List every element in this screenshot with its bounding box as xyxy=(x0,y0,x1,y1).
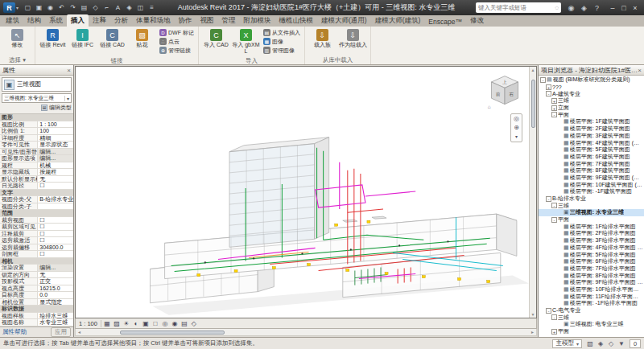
tree-expander-icon[interactable] xyxy=(557,126,563,132)
property-row[interactable]: 详细程度 精细 xyxy=(0,135,73,142)
property-row[interactable]: 标识数据 xyxy=(0,306,73,313)
tab-insert[interactable]: 插入 xyxy=(67,14,89,27)
tree-expander-icon[interactable] xyxy=(557,154,563,159)
tree-expander-icon[interactable]: - xyxy=(546,308,551,314)
temporary-view-properties-icon[interactable]: ▤ xyxy=(180,319,189,328)
shadows-icon[interactable]: ◐ xyxy=(131,319,141,328)
tree-expander-icon[interactable] xyxy=(557,231,563,236)
browser-tree-item[interactable]: ▦ 楼层平面: 8F给排水平面图 xyxy=(539,272,644,279)
tab-collaborate[interactable]: 协作 xyxy=(175,14,196,27)
scroll-left-arrow[interactable]: ◄ xyxy=(76,330,83,335)
reveal-hidden-elements-icon[interactable]: ◉ xyxy=(170,319,180,328)
tree-expander-icon[interactable]: + xyxy=(551,98,557,104)
measure-icon[interactable]: ◇ xyxy=(90,2,101,13)
load-family-button[interactable]: ⇩ 载入族 xyxy=(308,27,337,55)
property-row[interactable]: 远剪裁偏移 304800.0 xyxy=(0,244,73,252)
property-row[interactable]: 注释裁剪 ☐ xyxy=(0,231,73,238)
tree-expander-icon[interactable] xyxy=(557,140,563,146)
tree-expander-icon[interactable] xyxy=(557,238,563,244)
select-toggle-icon[interactable]: ◇ xyxy=(606,339,616,348)
manage-images-button[interactable]: ▥ 管理图像 xyxy=(262,46,302,55)
tree-expander-icon[interactable]: - xyxy=(551,217,557,223)
sun-path-icon[interactable]: ☀ xyxy=(122,319,131,328)
edit-type-button[interactable]: ⊞ 编辑类型 xyxy=(2,103,72,112)
browser-tree-item[interactable]: ▣ 三维视图: 电专业三维 xyxy=(539,321,644,328)
filter-icon[interactable]: ▼ xyxy=(617,339,626,348)
editing-requests-icon[interactable]: ◈ xyxy=(596,339,605,348)
import-cad-button[interactable]: C 导入 CAD xyxy=(201,27,231,55)
thin-lines-icon[interactable]: ≡ xyxy=(147,2,157,13)
property-row[interactable]: 比例值 1: 100 xyxy=(0,128,73,135)
browser-tree-item[interactable]: ▦ 楼层平面: 3F给排水平面图 xyxy=(539,237,644,244)
visual-style-icon[interactable]: ▨ xyxy=(112,319,122,328)
image-button[interactable]: ▦ 图像 xyxy=(262,37,302,46)
point-cloud-button[interactable]: ∴ 点云 xyxy=(158,37,196,46)
tab-addins[interactable]: 附加模块 xyxy=(240,14,275,27)
scroll-right-arrow[interactable]: ► xyxy=(529,330,536,335)
default-3d-view-icon[interactable]: ◈ xyxy=(124,2,134,13)
modify-button[interactable]: ↖ 修改 xyxy=(2,27,32,55)
close-button[interactable]: × xyxy=(630,2,641,13)
browser-tree-item[interactable]: ▦ 楼层平面: 1F给排水平面图 xyxy=(539,223,644,230)
browser-tree-item[interactable]: ▦ 楼层平面: 9F给排水平面图 (产科) xyxy=(539,279,644,286)
link-ifc-button[interactable]: I 链接 IFC xyxy=(68,27,97,55)
property-row[interactable]: 日光路径 ☐ xyxy=(0,183,73,190)
drawing-area[interactable]: 上 前 右 ⌂ ◎ ⊕ ▾ ▲ ▼ xyxy=(75,66,537,318)
tree-expander-icon[interactable]: + xyxy=(546,84,551,90)
tree-expander-icon[interactable] xyxy=(557,161,563,166)
property-row[interactable]: 图形 xyxy=(0,114,73,121)
tree-expander-icon[interactable] xyxy=(557,265,563,271)
browser-tree-item[interactable]: ▦ 楼层平面: 10F建筑平面图 (产科) xyxy=(539,181,644,188)
properties-help-link[interactable]: 属性帮助 xyxy=(2,328,27,336)
tree-expander-icon[interactable] xyxy=(557,147,563,153)
tree-expander-icon[interactable] xyxy=(557,252,563,257)
browser-tree-item[interactable]: - 平面 xyxy=(539,111,644,118)
manage-links-button[interactable]: ⊕ 管理链接 xyxy=(158,46,196,55)
tree-expander-icon[interactable] xyxy=(557,133,563,138)
application-menu-button[interactable]: R ▾ xyxy=(3,2,19,13)
browser-tree-item[interactable]: + 平面 xyxy=(539,328,644,335)
browser-tree-item[interactable]: ▦ 楼层平面: 3F建筑平面图 xyxy=(539,133,644,140)
show-crop-region-icon[interactable]: □ xyxy=(151,319,160,328)
property-row[interactable]: 裁剪区域可见 ☐ xyxy=(0,224,73,231)
browser-tree-item[interactable]: ▦ 楼层平面: 5F给排水平面图 xyxy=(539,251,644,258)
property-row[interactable]: 相机位置 显式指定 xyxy=(0,299,73,306)
tree-expander-icon[interactable] xyxy=(557,322,563,327)
tab-glsmod[interactable]: 橄榄山快模 xyxy=(275,14,318,27)
tab-manage[interactable]: 管理 xyxy=(218,14,240,27)
property-row[interactable]: 视图名称 水专业三维 xyxy=(0,319,73,326)
viewcube-top-label[interactable]: 上 xyxy=(502,80,507,84)
property-row[interactable]: 视图样板 给排水三维 xyxy=(0,313,73,320)
browser-tree-item[interactable]: + ??? xyxy=(539,84,644,91)
property-row[interactable]: 锁定的方向 无 xyxy=(0,272,73,279)
tree-expander-icon[interactable]: + xyxy=(551,329,557,335)
section-icon[interactable]: ◫ xyxy=(135,2,146,13)
instance-selector-combo[interactable]: 三维视图: 水专业三维 ▾ xyxy=(2,93,72,103)
save-icon[interactable]: ▣ xyxy=(34,2,44,13)
browser-tree-item[interactable]: - C-电气专业 xyxy=(539,307,644,314)
tab-modeling-master-general[interactable]: 建模大师(通用) xyxy=(317,14,371,27)
browser-tree-item[interactable]: ▦ 楼层平面: 4F给排水平面图 (儿研) xyxy=(539,244,644,252)
unlocked-3d-view-icon[interactable]: ◇ xyxy=(189,319,199,328)
tree-expander-icon[interactable] xyxy=(557,244,563,250)
help-button[interactable]: ? xyxy=(592,2,602,13)
print-icon[interactable]: ▤ xyxy=(79,2,89,13)
browser-tree-item[interactable]: ▦ 楼层平面: 1F建筑平面图 xyxy=(539,118,644,125)
selection-count[interactable]: 0 xyxy=(630,339,641,348)
property-row[interactable]: 范围 xyxy=(0,210,73,217)
tree-expander-icon[interactable]: - xyxy=(551,314,557,320)
browser-tree-item[interactable]: ▦ 楼层平面: 6F给排水平面图 xyxy=(539,258,644,265)
open-icon[interactable]: ▢ xyxy=(23,2,33,13)
tab-enscape[interactable]: Enscape™ xyxy=(424,16,466,27)
viewcube-front-label[interactable]: 前 xyxy=(496,92,501,96)
property-row[interactable]: 规程 机械 xyxy=(0,162,73,170)
browser-tree-item[interactable]: ▦ 楼层平面: 7F给排水平面图 xyxy=(539,265,644,273)
browser-tree-item[interactable]: ▦ 楼层平面: -1F建筑平面图 xyxy=(539,188,644,195)
property-row[interactable]: 视点高度 16215.0 xyxy=(0,285,73,293)
browser-tree-item[interactable]: - A-建筑专业 xyxy=(539,90,644,97)
tree-expander-icon[interactable] xyxy=(557,224,563,229)
minimize-button[interactable]: – xyxy=(607,2,618,13)
browser-tree-item[interactable]: ▦ 楼层平面: 4F建筑平面图 (儿研) xyxy=(539,139,644,146)
property-row[interactable]: 显示隐藏线 按规程 xyxy=(0,169,73,176)
tab-modeling-master-arch[interactable]: 建模大师(建筑) xyxy=(371,14,425,27)
